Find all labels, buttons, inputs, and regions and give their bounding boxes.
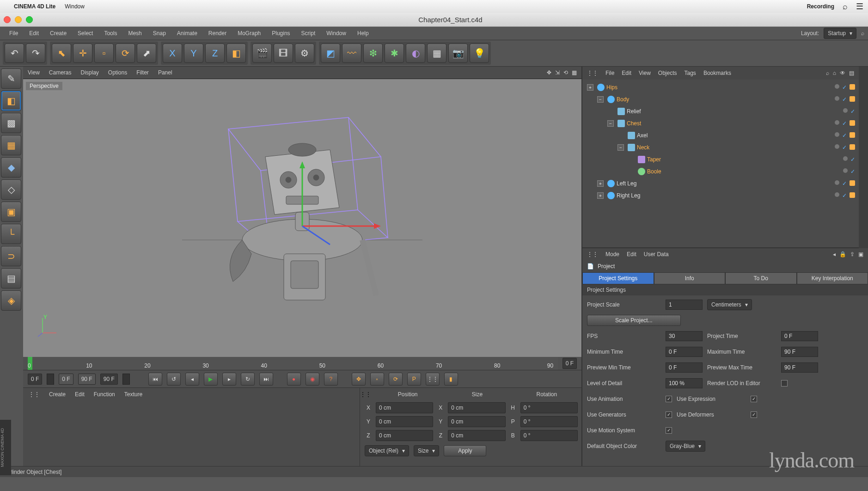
vp-menu-panel[interactable]: Panel [158,69,172,76]
polygons-mode-button[interactable]: ▣ [1,202,21,222]
project-time-field[interactable]: 0 F [781,331,818,341]
om-tags[interactable]: Tags [685,70,696,76]
am-mode[interactable]: Mode [605,251,619,258]
go-end-button[interactable]: ⏭ [259,373,273,386]
tree-row[interactable]: Relief✓ [582,105,859,117]
search-icon[interactable]: ⌕ [861,30,864,37]
menu-tools[interactable]: Tools [98,30,122,37]
tree-row[interactable]: −Chest✓ [582,117,859,129]
om-home-icon[interactable]: ⌂ [833,70,836,76]
mat-grip-icon[interactable]: ⋮⋮ [29,391,40,398]
object-name[interactable]: Hips [606,84,835,91]
range-start-field[interactable]: 0 F [59,374,73,385]
spinner[interactable] [47,374,54,385]
size-mode-dropdown[interactable]: Size ▾ [414,445,439,456]
am-back-icon[interactable]: ◂ [833,251,836,258]
pos-y-field[interactable]: 0 cm [376,416,433,427]
om-file[interactable]: File [605,70,614,76]
next-frame-button[interactable]: ▸ [222,373,236,386]
object-name[interactable]: Taper [647,156,843,163]
tree-row[interactable]: +Right Leg✓ [582,190,859,202]
expand-toggle[interactable]: + [597,192,604,199]
tab-todo[interactable]: To Do [725,272,797,284]
visibility-dots[interactable]: ✓ [835,96,855,103]
om-flat-icon[interactable]: ▤ [849,70,854,76]
key-pla-button[interactable]: ⋮⋮ [426,373,440,386]
workplane-button[interactable]: ▦ [1,135,21,155]
use-deformers-checkbox[interactable]: ✓ [751,411,757,418]
timeline[interactable]: 0 10 20 30 40 50 60 70 80 90 0 F [23,357,581,370]
menu-file[interactable]: File [4,30,24,37]
undo-button[interactable]: ↶ [5,43,24,63]
axis-z-button[interactable]: Z [205,43,225,63]
menu-plugins[interactable]: Plugins [266,30,295,37]
tab-info[interactable]: Info [654,272,726,284]
visibility-dots[interactable]: ✓ [843,108,855,115]
menu-render[interactable]: Render [203,30,232,37]
range-end-field[interactable]: 90 F [78,374,96,385]
snap-toggle-button[interactable]: ⊃ [1,246,21,266]
use-generators-checkbox[interactable]: ✓ [666,411,672,418]
use-expression-checkbox[interactable]: ✓ [751,396,757,402]
select-tool[interactable]: ⬉ [52,43,71,63]
render-lod-checkbox[interactable] [781,380,788,387]
om-search-icon[interactable]: ⌕ [826,70,829,76]
om-view[interactable]: View [639,70,651,76]
generator-button[interactable]: ❇ [363,43,383,63]
coord-mode-dropdown[interactable]: Object (Rel) ▾ [365,445,409,456]
tree-row[interactable]: Taper✓ [582,153,859,166]
am-up-icon[interactable]: ⇪ [850,251,855,258]
spline-button[interactable]: 〰 [342,43,361,63]
expand-toggle[interactable]: + [587,84,593,91]
project-scale-unit[interactable]: Centimeters ▾ [707,299,752,310]
menu-window[interactable]: Window [321,30,352,37]
end-frame-field[interactable]: 90 F [100,374,118,385]
primitive-cube-button[interactable]: ◩ [321,43,340,63]
preview-max-field[interactable]: 90 F [781,362,818,373]
tree-row[interactable]: +Hips✓ [582,81,859,93]
move-tool[interactable]: ✛ [73,43,92,63]
coordinate-system-button[interactable]: ◧ [226,43,246,63]
am-new-icon[interactable]: ▣ [858,251,863,258]
array-button[interactable]: ✱ [385,43,404,63]
redo-button[interactable]: ↷ [26,43,45,63]
current-frame-field[interactable]: 0 F [28,374,42,385]
camera-button[interactable]: 📷 [448,43,468,63]
expand-toggle[interactable]: − [607,120,614,127]
expand-toggle[interactable]: + [597,180,604,187]
am-userdata[interactable]: User Data [644,251,669,258]
visibility-dots[interactable]: ✓ [835,180,855,187]
axis-y-button[interactable]: Y [184,43,203,63]
menu-help[interactable]: Help [352,30,374,37]
object-name[interactable]: Relief [627,108,843,115]
keyframe-selection-button[interactable]: ? [324,373,338,386]
tree-row[interactable]: −Neck✓ [582,141,859,153]
visibility-dots[interactable]: ✓ [843,156,855,163]
om-bookmarks[interactable]: Bookmarks [703,70,731,76]
mm-texture[interactable]: Texture [124,391,142,398]
vp-menu-view[interactable]: View [28,69,40,76]
axis-mode-button[interactable]: └ [1,224,21,244]
size-x-field[interactable]: 0 cm [448,402,505,413]
tab-project-settings[interactable]: Project Settings [582,272,654,284]
manager-tabs[interactable] [859,67,868,248]
model-mode-button[interactable]: ◧ [1,91,21,111]
object-name[interactable]: Right Leg [617,192,835,199]
key-position-button[interactable]: ✥ [352,373,366,386]
tree-row[interactable]: +Left Leg✓ [582,178,859,190]
tree-row[interactable]: Axel✓ [582,129,859,141]
visibility-dots[interactable]: ✓ [835,84,855,91]
menu-edit[interactable]: Edit [24,30,44,37]
preview-min-field[interactable]: 0 F [666,362,703,373]
use-animation-checkbox[interactable]: ✓ [666,396,672,402]
close-icon[interactable] [4,16,11,23]
key-rotation-button[interactable]: ⟳ [389,373,403,386]
vp-menu-options[interactable]: Options [108,69,127,76]
object-tree[interactable]: +Hips✓−Body✓Relief✓−Chest✓Axel✓−Neck✓Tap… [582,80,859,247]
object-name[interactable]: Left Leg [617,180,835,187]
max-time-field[interactable]: 90 F [781,347,818,357]
expand-toggle[interactable]: − [617,144,624,151]
coords-grip-icon[interactable]: ⋮⋮ [360,391,371,398]
zoom-icon[interactable] [26,16,33,23]
fps-field[interactable]: 30 [666,331,703,341]
